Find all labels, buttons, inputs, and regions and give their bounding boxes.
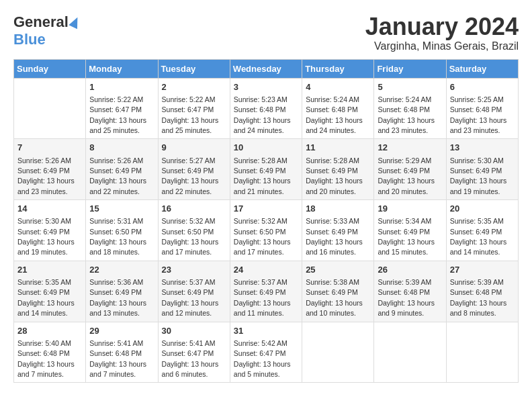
day-number: 21 <box>17 264 82 276</box>
week-row-1: 7Sunrise: 5:26 AMSunset: 6:49 PMDaylight… <box>14 139 519 200</box>
logo-text: General Blue <box>13 13 80 48</box>
day-number: 25 <box>306 264 370 276</box>
day-info: Sunrise: 5:38 AMSunset: 6:49 PMDaylight:… <box>306 278 363 317</box>
day-number: 6 <box>450 81 515 93</box>
day-number: 24 <box>234 264 298 276</box>
day-number: 19 <box>378 203 442 215</box>
day-number: 14 <box>17 203 82 215</box>
day-number: 18 <box>306 203 370 215</box>
calendar-cell-w3d6: 27Sunrise: 5:39 AMSunset: 6:48 PMDayligh… <box>446 261 518 322</box>
day-info: Sunrise: 5:22 AMSunset: 6:47 PMDaylight:… <box>89 95 146 134</box>
day-number: 4 <box>306 81 370 93</box>
calendar-cell-w4d6 <box>446 322 518 383</box>
calendar-cell-w4d4 <box>302 322 374 383</box>
calendar-cell-w1d3: 10Sunrise: 5:28 AMSunset: 6:49 PMDayligh… <box>230 139 302 200</box>
calendar-cell-w1d6: 13Sunrise: 5:30 AMSunset: 6:49 PMDayligh… <box>446 139 518 200</box>
calendar-cell-w2d4: 18Sunrise: 5:33 AMSunset: 6:49 PMDayligh… <box>302 200 374 261</box>
day-info: Sunrise: 5:30 AMSunset: 6:49 PMDaylight:… <box>17 217 75 256</box>
day-number: 27 <box>450 264 515 276</box>
calendar-cell-w3d5: 26Sunrise: 5:39 AMSunset: 6:48 PMDayligh… <box>374 261 446 322</box>
day-info: Sunrise: 5:32 AMSunset: 6:50 PMDaylight:… <box>162 217 219 256</box>
day-info: Sunrise: 5:24 AMSunset: 6:48 PMDaylight:… <box>306 95 363 134</box>
calendar-cell-w0d4: 4Sunrise: 5:24 AMSunset: 6:48 PMDaylight… <box>302 78 374 139</box>
day-number: 16 <box>162 203 226 215</box>
calendar-cell-w0d6: 6Sunrise: 5:25 AMSunset: 6:48 PMDaylight… <box>446 78 518 139</box>
day-info: Sunrise: 5:29 AMSunset: 6:49 PMDaylight:… <box>378 156 435 195</box>
day-info: Sunrise: 5:34 AMSunset: 6:49 PMDaylight:… <box>378 217 435 256</box>
day-number: 1 <box>89 81 154 93</box>
calendar-cell-w1d5: 12Sunrise: 5:29 AMSunset: 6:49 PMDayligh… <box>374 139 446 200</box>
day-number: 22 <box>89 264 154 276</box>
weekday-header-wednesday: Wednesday <box>230 59 302 78</box>
logo-general: General <box>13 13 69 31</box>
weekday-header-monday: Monday <box>86 59 158 78</box>
calendar-cell-w2d0: 14Sunrise: 5:30 AMSunset: 6:49 PMDayligh… <box>14 200 86 261</box>
week-row-4: 28Sunrise: 5:40 AMSunset: 6:48 PMDayligh… <box>14 322 519 383</box>
calendar-cell-w1d2: 9Sunrise: 5:27 AMSunset: 6:49 PMDaylight… <box>158 139 230 200</box>
day-number: 2 <box>162 81 226 93</box>
day-number: 23 <box>162 264 226 276</box>
calendar-cell-w4d3: 31Sunrise: 5:42 AMSunset: 6:47 PMDayligh… <box>230 322 302 383</box>
calendar-cell-w3d3: 24Sunrise: 5:37 AMSunset: 6:49 PMDayligh… <box>230 261 302 322</box>
weekday-header-row: SundayMondayTuesdayWednesdayThursdayFrid… <box>14 59 519 78</box>
day-info: Sunrise: 5:25 AMSunset: 6:48 PMDaylight:… <box>450 95 507 134</box>
day-info: Sunrise: 5:27 AMSunset: 6:49 PMDaylight:… <box>162 156 219 195</box>
calendar-cell-w1d1: 8Sunrise: 5:26 AMSunset: 6:49 PMDaylight… <box>86 139 158 200</box>
logo-icon <box>69 15 81 29</box>
week-row-3: 21Sunrise: 5:35 AMSunset: 6:49 PMDayligh… <box>14 261 519 322</box>
location: Varginha, Minas Gerais, Brazil <box>365 40 519 52</box>
day-number: 8 <box>89 142 154 154</box>
day-number: 29 <box>89 325 154 337</box>
calendar-cell-w2d3: 17Sunrise: 5:32 AMSunset: 6:50 PMDayligh… <box>230 200 302 261</box>
day-info: Sunrise: 5:32 AMSunset: 6:50 PMDaylight:… <box>234 217 291 256</box>
day-number: 9 <box>162 142 226 154</box>
day-info: Sunrise: 5:39 AMSunset: 6:48 PMDaylight:… <box>378 278 435 317</box>
calendar-cell-w0d1: 1Sunrise: 5:22 AMSunset: 6:47 PMDaylight… <box>86 78 158 139</box>
calendar-cell-w0d2: 2Sunrise: 5:22 AMSunset: 6:47 PMDaylight… <box>158 78 230 139</box>
weekday-header-sunday: Sunday <box>14 59 86 78</box>
day-number: 20 <box>450 203 515 215</box>
calendar-cell-w0d3: 3Sunrise: 5:23 AMSunset: 6:48 PMDaylight… <box>230 78 302 139</box>
calendar-cell-w4d0: 28Sunrise: 5:40 AMSunset: 6:48 PMDayligh… <box>14 322 86 383</box>
day-info: Sunrise: 5:23 AMSunset: 6:48 PMDaylight:… <box>234 95 291 134</box>
calendar-cell-w3d4: 25Sunrise: 5:38 AMSunset: 6:49 PMDayligh… <box>302 261 374 322</box>
weekday-header-thursday: Thursday <box>302 59 374 78</box>
day-number: 12 <box>378 142 442 154</box>
day-number: 28 <box>17 325 82 337</box>
day-number: 30 <box>162 325 226 337</box>
calendar-body: 1Sunrise: 5:22 AMSunset: 6:47 PMDaylight… <box>14 78 519 383</box>
calendar-cell-w4d5 <box>374 322 446 383</box>
calendar-cell-w3d0: 21Sunrise: 5:35 AMSunset: 6:49 PMDayligh… <box>14 261 86 322</box>
weekday-header-saturday: Saturday <box>446 59 518 78</box>
calendar-cell-w2d2: 16Sunrise: 5:32 AMSunset: 6:50 PMDayligh… <box>158 200 230 261</box>
day-info: Sunrise: 5:40 AMSunset: 6:48 PMDaylight:… <box>17 339 75 378</box>
day-info: Sunrise: 5:28 AMSunset: 6:49 PMDaylight:… <box>306 156 363 195</box>
calendar-cell-w3d1: 22Sunrise: 5:36 AMSunset: 6:49 PMDayligh… <box>86 261 158 322</box>
day-info: Sunrise: 5:22 AMSunset: 6:47 PMDaylight:… <box>162 95 219 134</box>
day-info: Sunrise: 5:41 AMSunset: 6:47 PMDaylight:… <box>162 339 219 378</box>
weekday-header-friday: Friday <box>374 59 446 78</box>
day-info: Sunrise: 5:31 AMSunset: 6:50 PMDaylight:… <box>89 217 146 256</box>
calendar-cell-w1d4: 11Sunrise: 5:28 AMSunset: 6:49 PMDayligh… <box>302 139 374 200</box>
week-row-0: 1Sunrise: 5:22 AMSunset: 6:47 PMDaylight… <box>14 78 519 139</box>
page-header: General Blue January 2024 Varginha, Mina… <box>13 13 519 52</box>
calendar-cell-w2d5: 19Sunrise: 5:34 AMSunset: 6:49 PMDayligh… <box>374 200 446 261</box>
day-info: Sunrise: 5:37 AMSunset: 6:49 PMDaylight:… <box>234 278 291 317</box>
calendar-cell-w4d1: 29Sunrise: 5:41 AMSunset: 6:48 PMDayligh… <box>86 322 158 383</box>
calendar-cell-w2d6: 20Sunrise: 5:35 AMSunset: 6:49 PMDayligh… <box>446 200 518 261</box>
calendar-cell-w0d5: 5Sunrise: 5:24 AMSunset: 6:48 PMDaylight… <box>374 78 446 139</box>
day-info: Sunrise: 5:37 AMSunset: 6:49 PMDaylight:… <box>162 278 219 317</box>
day-number: 13 <box>450 142 515 154</box>
month-title: January 2024 <box>365 13 519 40</box>
calendar-cell-w2d1: 15Sunrise: 5:31 AMSunset: 6:50 PMDayligh… <box>86 200 158 261</box>
day-info: Sunrise: 5:35 AMSunset: 6:49 PMDaylight:… <box>17 278 75 317</box>
logo: General Blue <box>13 13 80 48</box>
calendar-cell-w0d0 <box>14 78 86 139</box>
day-number: 5 <box>378 81 442 93</box>
logo-blue: Blue <box>13 31 46 48</box>
day-info: Sunrise: 5:28 AMSunset: 6:49 PMDaylight:… <box>234 156 291 195</box>
day-number: 17 <box>234 203 298 215</box>
day-number: 3 <box>234 81 298 93</box>
day-info: Sunrise: 5:42 AMSunset: 6:47 PMDaylight:… <box>234 339 291 378</box>
day-number: 15 <box>89 203 154 215</box>
